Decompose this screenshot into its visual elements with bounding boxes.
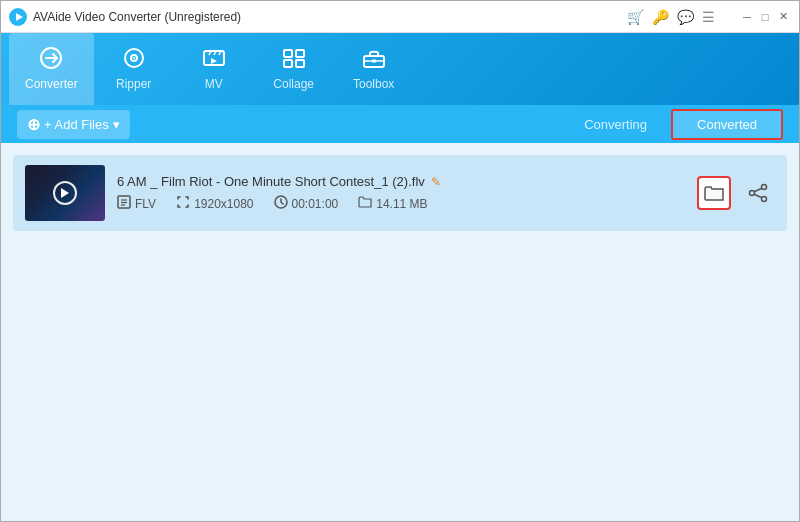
menu-icon[interactable]: ☰ xyxy=(702,9,715,25)
window-controls: ─ □ ✕ xyxy=(739,9,791,25)
app-title: AVAide Video Converter (Unregistered) xyxy=(33,10,241,24)
resolution-icon xyxy=(176,195,190,212)
title-bar-icons: 🛒 🔑 💬 ☰ xyxy=(627,9,715,25)
title-bar: AVAide Video Converter (Unregistered) 🛒 … xyxy=(1,1,799,33)
add-files-label: + Add Files xyxy=(44,117,109,132)
share-button[interactable] xyxy=(741,176,775,210)
play-button[interactable] xyxy=(53,181,77,205)
nav-tab-converter[interactable]: Converter xyxy=(9,33,94,105)
content-area: 6 AM _ Film Riot - One Minute Short Cont… xyxy=(1,143,799,522)
svg-rect-6 xyxy=(204,51,224,65)
svg-point-5 xyxy=(133,57,135,59)
svg-point-22 xyxy=(750,191,755,196)
title-bar-right-area: 🛒 🔑 💬 ☰ ─ □ ✕ xyxy=(627,9,791,25)
file-meta: FLV 1920x1080 xyxy=(117,195,685,212)
key-icon[interactable]: 🔑 xyxy=(652,9,669,25)
sub-tab-converted[interactable]: Converted xyxy=(671,109,783,140)
nav-bar: Converter Ripper MV xyxy=(1,33,799,105)
ripper-icon xyxy=(121,47,147,73)
minimize-button[interactable]: ─ xyxy=(739,9,755,25)
svg-rect-8 xyxy=(296,50,304,57)
svg-line-24 xyxy=(754,194,762,198)
resolution-meta: 1920x1080 xyxy=(176,195,253,212)
file-thumbnail[interactable] xyxy=(25,165,105,221)
add-files-plus-icon: ⊕ xyxy=(27,115,40,134)
collage-icon xyxy=(281,47,307,73)
sub-tab-converting[interactable]: Converting xyxy=(560,111,671,138)
svg-line-23 xyxy=(754,188,762,192)
collage-label: Collage xyxy=(273,77,314,91)
file-name: 6 AM _ Film Riot - One Minute Short Cont… xyxy=(117,174,425,189)
size-meta: 14.11 MB xyxy=(358,195,427,212)
maximize-button[interactable]: □ xyxy=(757,9,773,25)
file-info: 6 AM _ Film Riot - One Minute Short Cont… xyxy=(117,174,685,212)
file-actions xyxy=(697,176,775,210)
duration-value: 00:01:00 xyxy=(292,197,339,211)
toolbox-label: Toolbox xyxy=(353,77,394,91)
svg-rect-13 xyxy=(372,60,376,63)
sub-tabs: Converting Converted xyxy=(560,109,783,140)
add-files-dropdown-icon: ▾ xyxy=(113,117,120,132)
ripper-label: Ripper xyxy=(116,77,151,91)
nav-tab-collage[interactable]: Collage xyxy=(254,33,334,105)
clock-icon xyxy=(274,195,288,212)
edit-icon[interactable]: ✎ xyxy=(431,175,441,189)
svg-point-20 xyxy=(762,185,767,190)
close-button[interactable]: ✕ xyxy=(775,9,791,25)
duration-meta: 00:01:00 xyxy=(274,195,339,212)
converter-icon xyxy=(38,47,64,73)
svg-point-21 xyxy=(762,197,767,202)
size-value: 14.11 MB xyxy=(376,197,427,211)
nav-tab-mv[interactable]: MV xyxy=(174,33,254,105)
svg-rect-10 xyxy=(296,60,304,67)
format-icon xyxy=(117,195,131,212)
svg-rect-9 xyxy=(284,60,292,67)
nav-tab-toolbox[interactable]: Toolbox xyxy=(334,33,414,105)
add-files-button[interactable]: ⊕ + Add Files ▾ xyxy=(17,110,130,139)
resolution-value: 1920x1080 xyxy=(194,197,253,211)
chat-icon[interactable]: 💬 xyxy=(677,9,694,25)
toolbox-icon xyxy=(361,47,387,73)
mv-label: MV xyxy=(205,77,223,91)
format-meta: FLV xyxy=(117,195,156,212)
format-value: FLV xyxy=(135,197,156,211)
nav-tab-ripper[interactable]: Ripper xyxy=(94,33,174,105)
file-card: 6 AM _ Film Riot - One Minute Short Cont… xyxy=(13,155,787,231)
cart-icon[interactable]: 🛒 xyxy=(627,9,644,25)
svg-rect-7 xyxy=(284,50,292,57)
open-folder-button[interactable] xyxy=(697,176,731,210)
app-logo-icon xyxy=(9,8,27,26)
mv-icon xyxy=(201,47,227,73)
svg-marker-14 xyxy=(61,188,69,198)
file-name-row: 6 AM _ Film Riot - One Minute Short Cont… xyxy=(117,174,685,189)
folder-small-icon xyxy=(358,195,372,212)
sub-toolbar: ⊕ + Add Files ▾ Converting Converted xyxy=(1,105,799,143)
title-bar-left: AVAide Video Converter (Unregistered) xyxy=(9,8,241,26)
converter-label: Converter xyxy=(25,77,78,91)
